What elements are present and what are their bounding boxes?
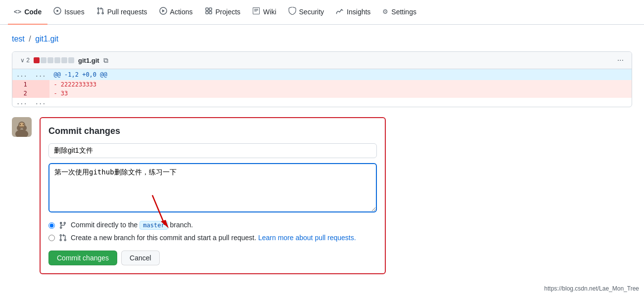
security-icon: [288, 7, 296, 16]
diff-container: ∨ 2 git1.git ⧉ ··· ... ...: [12, 51, 632, 107]
radio-new-branch[interactable]: Create a new branch for this commit and …: [48, 234, 377, 242]
diff-more-options-button[interactable]: ···: [617, 56, 624, 65]
wiki-icon: [252, 7, 260, 16]
diff-line-num-old-1: 1: [12, 80, 31, 89]
breadcrumb-repo-owner[interactable]: test: [12, 35, 25, 43]
top-nav: <> Code Issues Pull requests Actions Pro…: [0, 0, 644, 25]
breadcrumb-separator: /: [29, 35, 33, 43]
nav-item-settings[interactable]: ⚙ Settings: [376, 0, 422, 25]
diff-ellipsis-num-new: ...: [31, 98, 50, 107]
diff-badge-gray-3: [54, 57, 60, 63]
diff-removed-row-2: 2 - 33: [12, 89, 632, 98]
radio-new-branch-label: Create a new branch for this commit and …: [71, 234, 356, 242]
svg-point-1: [56, 10, 58, 12]
commit-actions: Commit changes Cancel: [48, 251, 377, 265]
arrow-container: 第一次使用github删除文件，练习一下: [48, 163, 377, 221]
branch-badge: master: [139, 221, 168, 230]
cancel-button[interactable]: Cancel: [121, 251, 160, 265]
diff-collapse-button[interactable]: ∨ 2: [20, 57, 30, 64]
svg-point-15: [23, 124, 24, 125]
radio-new-branch-input[interactable]: [48, 235, 55, 241]
diff-header-left: ∨ 2 git1.git ⧉: [20, 56, 108, 65]
nav-item-security[interactable]: Security: [282, 0, 330, 25]
diff-ellipsis-row: ... ...: [12, 98, 632, 107]
nav-item-projects[interactable]: Projects: [199, 0, 247, 25]
commit-form-title: Commit changes: [48, 126, 377, 136]
user-avatar: [12, 117, 32, 137]
pull-request-icon-small: [59, 234, 67, 242]
breadcrumb-repo-name[interactable]: git1.git: [35, 35, 58, 43]
page-content: test / git1.git ∨ 2 git1.git ⧉ ···: [0, 25, 644, 284]
radio-direct-input[interactable]: [48, 222, 55, 229]
settings-icon: ⚙: [382, 8, 388, 15]
svg-rect-4: [206, 8, 208, 10]
svg-rect-5: [209, 8, 212, 10]
diff-table: ... ... @@ -1,2 +0,0 @@ 1 - 2222233333 2…: [12, 69, 632, 107]
diff-line-num-new-1: [31, 80, 50, 89]
diff-hunk-content: @@ -1,2 +0,0 @@: [49, 69, 632, 80]
issues-icon: [53, 7, 61, 16]
copy-path-icon[interactable]: ⧉: [103, 56, 108, 65]
insights-icon: [336, 7, 344, 16]
diff-line-num-old-2: 2: [12, 89, 31, 98]
nav-item-pull-requests[interactable]: Pull requests: [91, 0, 153, 25]
diff-ellipsis-num-old: ...: [12, 98, 31, 107]
commit-form-box: Commit changes 第一次使用github删除文件，练习一下 Comm…: [40, 117, 386, 274]
nav-item-code[interactable]: <> Code: [8, 0, 47, 25]
radio-direct-label: Commit directly to the master branch.: [71, 221, 193, 230]
status-bar: https://blog.csdn.net/Lae_Mon_Tree: [539, 283, 644, 284]
commit-changes-button[interactable]: Commit changes: [48, 251, 117, 265]
diff-line-num-new-hunk: ...: [31, 69, 50, 80]
breadcrumb: test / git1.git: [12, 35, 632, 43]
commit-subject-input[interactable]: [48, 143, 377, 158]
svg-point-14: [20, 124, 21, 125]
commit-radio-group: Commit directly to the master branch. Cr…: [48, 221, 377, 242]
diff-removed-content-1: - 2222233333: [49, 80, 632, 89]
diff-badge-gray-2: [47, 57, 53, 63]
projects-icon: [205, 7, 213, 16]
commit-section: Commit changes 第一次使用github删除文件，练习一下 Comm…: [12, 117, 632, 274]
diff-removed-row-1: 1 - 2222233333: [12, 80, 632, 89]
diff-ellipsis-content: [49, 98, 632, 107]
nav-item-actions[interactable]: Actions: [153, 0, 199, 25]
svg-rect-6: [206, 11, 208, 14]
nav-item-issues[interactable]: Issues: [47, 0, 90, 25]
commit-direct-icon: [59, 221, 67, 229]
diff-badge: [34, 57, 74, 63]
nav-item-insights[interactable]: Insights: [330, 0, 376, 25]
diff-hunk-row: ... ... @@ -1,2 +0,0 @@: [12, 69, 632, 80]
actions-icon: [159, 7, 167, 16]
nav-item-wiki[interactable]: Wiki: [246, 0, 282, 25]
svg-marker-3: [162, 9, 165, 12]
diff-badge-gray: [41, 57, 46, 63]
svg-rect-7: [209, 11, 212, 14]
diff-filename: git1.git: [78, 57, 99, 64]
diff-line-num-old-hunk: ...: [12, 69, 31, 80]
diff-header: ∨ 2 git1.git ⧉ ···: [12, 52, 632, 69]
commit-description-textarea[interactable]: 第一次使用github删除文件，练习一下: [48, 163, 377, 212]
pull-request-icon: [96, 7, 104, 16]
diff-line-num-new-2: [31, 89, 50, 98]
radio-direct-branch[interactable]: Commit directly to the master branch.: [48, 221, 377, 230]
learn-more-link[interactable]: Learn more about pull requests.: [258, 234, 356, 242]
diff-badge-gray-4: [61, 57, 67, 63]
diff-removed-content-2: - 33: [49, 89, 632, 98]
diff-badge-red: [34, 57, 40, 63]
diff-badge-gray-5: [68, 57, 74, 63]
code-icon: <>: [14, 8, 21, 15]
